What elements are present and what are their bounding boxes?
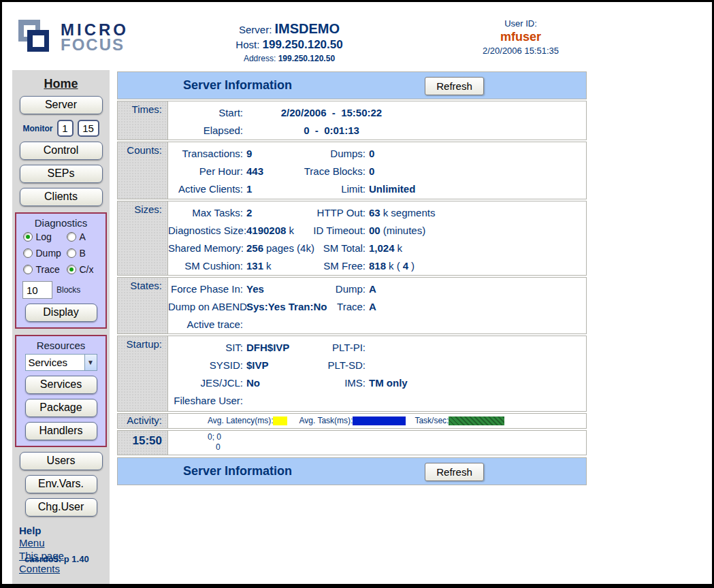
sizes-label: Sizes: [118, 201, 168, 275]
activity-label: Activity: [118, 414, 168, 428]
home-link[interactable]: Home [12, 77, 110, 91]
radio-trace[interactable]: Trace [23, 264, 67, 275]
session-datetime: 2/20/2006 15:51:35 [439, 46, 602, 56]
diagnostics-box: Diagnostics Log A Dump B Trace [15, 212, 107, 329]
task-sec-legend-label: Task/sec: [415, 416, 449, 425]
display-button[interactable]: Display [25, 304, 97, 322]
radio-log-icon[interactable] [23, 232, 33, 242]
elapsed-label: Elapsed: [168, 122, 243, 140]
radio-a[interactable]: A [67, 231, 99, 242]
seps-button[interactable]: SEPs [20, 165, 103, 183]
monitor-label: Monitor [23, 124, 53, 133]
diagnostics-radios: Log A Dump B Trace C/x [18, 231, 103, 275]
user-id-label: User ID: [439, 18, 602, 29]
radio-cx-icon[interactable] [67, 265, 76, 274]
host-value: 199.250.120.50 [263, 38, 343, 51]
start-value: 2/20/2006 - 15:50:22 [243, 104, 420, 122]
micro-focus-logo: MICRO FOCUS [18, 18, 129, 56]
users-button[interactable]: Users [20, 452, 103, 470]
page-header: MICRO FOCUS Server: IMSDEMO Host: 199.25… [2, 2, 712, 70]
resources-box: Resources Services ▼ Services Package Ha… [15, 335, 107, 447]
resources-title: Resources [18, 340, 103, 351]
user-id-value: mfuser [439, 30, 602, 44]
main-content: Server Information Refresh Times: Start:… [117, 71, 587, 485]
start-label: Start: [168, 104, 243, 122]
chguser-button[interactable]: Chg.User [25, 498, 97, 517]
states-row: States: Force Phase In: Yes Dump: A Dump… [117, 277, 587, 334]
help-link-menu[interactable]: Menu [19, 536, 110, 549]
server-identity: Server: IMSDEMO Host: 199.250.120.50 Add… [191, 21, 388, 63]
history-values-line1: 0; 0 [208, 432, 586, 442]
control-button[interactable]: Control [20, 142, 103, 160]
clients-button[interactable]: Clients [20, 188, 103, 206]
diagnostics-title: Diagnostics [18, 217, 103, 229]
server-button[interactable]: Server [20, 96, 103, 114]
startup-label: Startup: [118, 336, 168, 411]
services-button[interactable]: Services [25, 376, 97, 394]
server-information-footer: Server Information Refresh [117, 457, 587, 485]
radio-dump[interactable]: Dump [23, 248, 67, 259]
radio-a-icon[interactable] [67, 232, 76, 242]
states-label: States: [118, 278, 168, 333]
footer-title: Server Information [183, 464, 292, 478]
task-ms-swatch [353, 416, 406, 425]
history-row: 15:50 0; 0 0 [117, 430, 587, 455]
times-row: Times: Start: 2/20/2006 - 15:50:22 Elaps… [117, 101, 587, 140]
blocks-label: Blocks [56, 285, 80, 295]
radio-b-icon[interactable] [67, 248, 76, 258]
server-information-header: Server Information Refresh [117, 71, 587, 99]
radio-dump-icon[interactable] [23, 248, 33, 258]
envvars-button[interactable]: Env.Vars. [25, 475, 97, 493]
blocks-input[interactable] [22, 281, 52, 299]
monitor-count-input[interactable] [78, 120, 99, 137]
monitor-interval-input[interactable] [57, 120, 74, 137]
elapsed-value: 0 - 0:01:13 [243, 122, 420, 140]
server-label: Server: [239, 24, 272, 35]
help-title: Help [19, 525, 110, 536]
startup-row: Startup: SIT: DFH$IVP PLT-PI: SYSID: $IV… [117, 336, 587, 412]
chevron-down-icon[interactable]: ▼ [84, 355, 97, 370]
user-identity: User ID: mfuser 2/20/2006 15:51:35 [439, 18, 602, 56]
package-button[interactable]: Package [25, 399, 97, 417]
sidebar: Home Server Monitor Control SEPs Clients… [12, 70, 110, 585]
host-label: Host: [236, 39, 259, 50]
address-label: Address: [244, 54, 276, 63]
refresh-button[interactable]: Refresh [425, 77, 484, 95]
radio-b[interactable]: B [67, 248, 99, 259]
admin-page: MICRO FOCUS Server: IMSDEMO Host: 199.25… [0, 0, 714, 588]
radio-cx[interactable]: C/x [67, 264, 99, 275]
server-name: IMSDEMO [274, 21, 340, 36]
resources-select[interactable]: Services ▼ [25, 354, 97, 371]
page-title: Server Information [183, 78, 292, 93]
activity-row: Activity: Avg. Latency(ms): Avg. Task(ms… [117, 413, 587, 429]
latency-legend-label: Avg. Latency(ms): [208, 416, 273, 425]
resources-select-value: Services [26, 357, 84, 368]
footer-refresh-button[interactable]: Refresh [425, 463, 484, 481]
task-sec-swatch [449, 416, 504, 425]
address-value: 199.250.120.50 [278, 54, 335, 63]
help-section: Help Menu This page Contents [19, 525, 110, 575]
micro-focus-logo-icon [18, 18, 54, 56]
version-text: casrdo5: p 1.40 [25, 554, 89, 564]
monitor-controls: Monitor [12, 120, 110, 137]
times-label: Times: [118, 101, 168, 140]
history-time: 15:50 [118, 431, 168, 455]
sizes-row: Sizes: Max Tasks: 2 HTTP Out: 63k segmen… [117, 201, 587, 276]
radio-trace-icon[interactable] [23, 265, 33, 274]
counts-row: Counts: Transactions: 9 Dumps: 0 Per Hou… [117, 142, 587, 199]
handlers-button[interactable]: Handlers [25, 422, 97, 440]
task-ms-legend-label: Avg. Task(ms): [299, 416, 353, 425]
latency-swatch [273, 416, 287, 425]
counts-label: Counts: [118, 142, 168, 199]
logo-text-focus: FOCUS [61, 37, 129, 52]
radio-log[interactable]: Log [23, 231, 67, 242]
history-values-line2: 0 [216, 442, 586, 453]
